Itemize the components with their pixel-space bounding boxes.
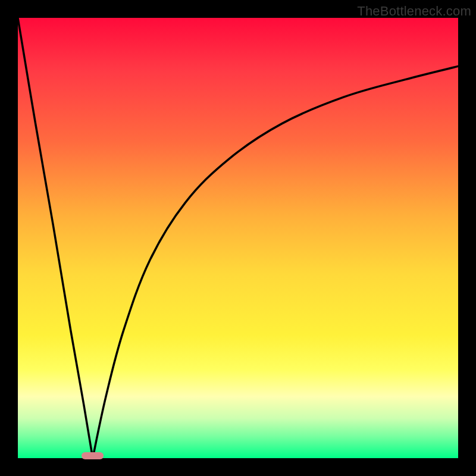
chart-frame: TheBottleneck.com	[0, 0, 476, 476]
curve-right-branch	[93, 66, 458, 458]
plot-area	[18, 18, 458, 458]
curve-left-branch	[18, 18, 93, 458]
bottleneck-curve	[18, 18, 458, 458]
optimum-marker	[82, 452, 104, 459]
attribution-text: TheBottleneck.com	[357, 4, 471, 19]
